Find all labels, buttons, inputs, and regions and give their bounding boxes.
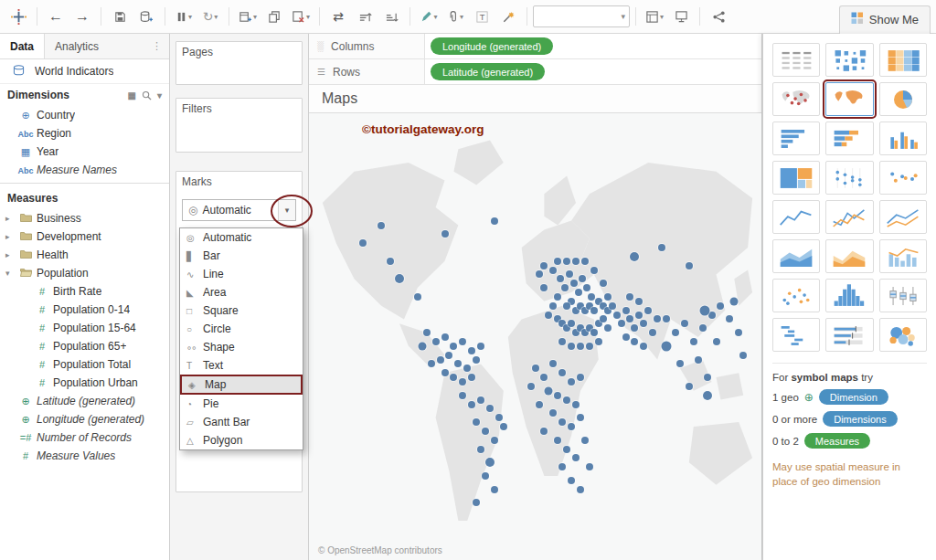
- map-mark[interactable]: [473, 499, 480, 506]
- map-mark[interactable]: [654, 315, 661, 322]
- field-measure-values[interactable]: #Measure Values: [0, 447, 169, 465]
- map-mark[interactable]: [568, 477, 575, 484]
- map-mark[interactable]: [477, 446, 484, 453]
- map-mark[interactable]: [577, 486, 584, 493]
- map-mark[interactable]: [540, 284, 548, 291]
- map-mark[interactable]: [583, 284, 590, 291]
- map-mark[interactable]: [568, 343, 575, 350]
- map-mark[interactable]: [699, 324, 707, 332]
- pane-menu-icon[interactable]: ⋮: [144, 40, 169, 52]
- pause-auto-updates-icon[interactable]: ▾: [171, 5, 197, 28]
- mark-type-map[interactable]: ◈Map: [180, 375, 303, 395]
- filters-shelf[interactable]: Filters: [176, 98, 303, 153]
- map-mark[interactable]: [545, 386, 553, 395]
- map-mark[interactable]: [557, 275, 564, 282]
- map-mark[interactable]: [613, 312, 621, 319]
- mark-type-area[interactable]: ◣Area: [180, 283, 303, 301]
- fit-dropdown[interactable]: ▾: [533, 5, 630, 27]
- map-mark[interactable]: [395, 274, 404, 283]
- showme-lines-discrete[interactable]: [825, 200, 873, 234]
- map-mark[interactable]: [482, 472, 489, 480]
- showme-symbol-map[interactable]: [772, 82, 820, 116]
- map-mark[interactable]: [572, 454, 580, 461]
- map-mark[interactable]: [635, 312, 643, 319]
- showme-area-continuous[interactable]: [772, 239, 820, 273]
- map-mark[interactable]: [676, 360, 684, 367]
- map-mark[interactable]: [686, 262, 693, 269]
- showme-dual-combination[interactable]: [879, 239, 927, 273]
- map-mark[interactable]: [441, 333, 449, 341]
- mark-type-automatic[interactable]: ◎Automatic: [180, 228, 303, 247]
- sort-descending-icon[interactable]: [378, 5, 404, 28]
- mark-type-shape[interactable]: ∘∘Shape: [180, 338, 303, 356]
- map-mark[interactable]: [486, 405, 494, 412]
- field-region[interactable]: AbcRegion: [0, 124, 169, 143]
- field-population-0-14[interactable]: #Population 0-14: [0, 301, 169, 319]
- map-mark[interactable]: [491, 217, 498, 225]
- map-mark[interactable]: [540, 428, 548, 435]
- map-mark[interactable]: [626, 293, 633, 301]
- mark-type-line[interactable]: ∿Line: [180, 265, 303, 283]
- field-country[interactable]: ⊕Country: [0, 106, 169, 124]
- map-mark[interactable]: [540, 374, 548, 381]
- map-mark[interactable]: [681, 320, 688, 327]
- map-mark[interactable]: [568, 320, 575, 327]
- map-mark[interactable]: [635, 298, 643, 305]
- field-birth-rate[interactable]: #Birth Rate: [0, 282, 169, 301]
- map-mark[interactable]: [658, 244, 665, 251]
- map-mark[interactable]: [700, 305, 710, 315]
- showme-area-discrete[interactable]: [825, 239, 873, 273]
- showme-box-and-whisker[interactable]: [879, 279, 927, 312]
- map-mark[interactable]: [566, 270, 573, 278]
- map-mark[interactable]: [549, 302, 557, 310]
- map-mark[interactable]: [577, 343, 584, 350]
- map-view[interactable]: ©tutorialgateway.org © OpenStreetMap con…: [309, 113, 761, 560]
- map-mark[interactable]: [561, 284, 569, 291]
- map-mark[interactable]: [563, 446, 570, 453]
- tableau-logo-icon[interactable]: [5, 5, 31, 28]
- map-mark[interactable]: [590, 329, 598, 336]
- mark-type-gantt-bar[interactable]: ▱Gantt Bar: [180, 413, 303, 431]
- map-mark[interactable]: [568, 423, 575, 430]
- map-mark[interactable]: [600, 280, 607, 287]
- folder-caret-icon[interactable]: ▸: [5, 250, 15, 259]
- view-data-grid-icon[interactable]: ▦: [128, 90, 136, 100]
- map-mark[interactable]: [581, 258, 589, 265]
- map-mark[interactable]: [459, 378, 466, 386]
- map-mark[interactable]: [604, 293, 612, 301]
- mark-type-polygon[interactable]: △Polygon: [180, 431, 303, 449]
- map-mark[interactable]: [626, 315, 633, 322]
- showme-highlight-table[interactable]: [879, 43, 927, 77]
- map-mark[interactable]: [463, 365, 471, 372]
- map-mark[interactable]: [473, 356, 480, 364]
- showme-dual-lines[interactable]: [879, 200, 927, 234]
- showme-side-by-side-bars[interactable]: [879, 122, 927, 155]
- map-mark[interactable]: [622, 307, 630, 314]
- field-development[interactable]: ▸Development: [0, 227, 169, 246]
- group-members-icon[interactable]: ▾: [442, 5, 468, 28]
- map-mark[interactable]: [686, 383, 693, 390]
- map-mark[interactable]: [445, 352, 452, 359]
- map-mark[interactable]: [568, 378, 575, 386]
- showme-heat-map[interactable]: [825, 43, 873, 77]
- showme-filled-map[interactable]: [825, 82, 873, 116]
- map-mark[interactable]: [717, 302, 724, 310]
- map-mark[interactable]: [579, 275, 586, 282]
- columns-shelf[interactable]: ░ Columns Longitude (generated): [309, 34, 761, 59]
- showme-packed-bubbles[interactable]: [879, 318, 927, 352]
- field-population-total[interactable]: #Population Total: [0, 355, 169, 374]
- map-mark[interactable]: [482, 428, 489, 435]
- map-mark[interactable]: [437, 356, 444, 364]
- map-mark[interactable]: [622, 333, 630, 341]
- folder-caret-icon[interactable]: ▾: [5, 269, 15, 278]
- show-me-button[interactable]: Show Me: [839, 5, 931, 34]
- map-mark[interactable]: [558, 463, 566, 470]
- showme-histogram[interactable]: [825, 279, 873, 312]
- mark-type-pie[interactable]: ◔Pie: [180, 395, 303, 413]
- pill-longitude[interactable]: Longitude (generated): [431, 37, 553, 55]
- showme-text-table[interactable]: [772, 43, 820, 77]
- map-mark[interactable]: [630, 252, 639, 261]
- map-mark[interactable]: [663, 315, 670, 322]
- map-mark[interactable]: [468, 401, 475, 408]
- map-mark[interactable]: [604, 324, 612, 332]
